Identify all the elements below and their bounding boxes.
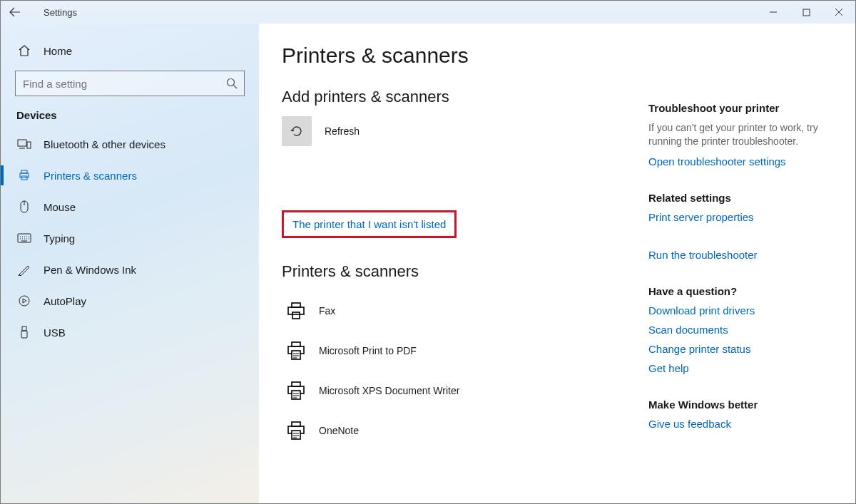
svg-rect-22 (292, 422, 300, 426)
sidebar-item-mouse[interactable]: Mouse (1, 191, 259, 222)
sidebar-item-typing[interactable]: Typing (1, 222, 259, 254)
svg-rect-16 (292, 342, 300, 346)
printer-doc-icon (282, 381, 310, 401)
scan-documents-link[interactable]: Scan documents (648, 324, 728, 336)
svg-rect-5 (21, 170, 27, 173)
annotation-highlight: The printer that I want isn't listed (282, 210, 457, 238)
sidebar-item-label: USB (44, 326, 66, 339)
get-help-link[interactable]: Get help (648, 362, 689, 374)
printer-label: Fax (319, 305, 335, 317)
sidebar-item-printers[interactable]: Printers & scanners (1, 160, 259, 191)
svg-rect-2 (18, 140, 26, 146)
print-server-properties-link[interactable]: Print server properties (648, 211, 754, 223)
close-icon (835, 8, 843, 16)
better-title: Make Windows better (648, 398, 834, 411)
home-icon (16, 44, 32, 57)
minimize-button[interactable] (757, 1, 790, 24)
related-title: Related settings (648, 192, 834, 204)
fax-icon (282, 301, 310, 321)
search-icon (226, 78, 238, 89)
printer-item-pdf[interactable]: Microsoft Print to PDF (282, 331, 648, 371)
maximize-button[interactable] (790, 1, 822, 24)
printer-icon (16, 169, 32, 182)
download-drivers-link[interactable]: Download print drivers (648, 304, 755, 317)
printers-section-title: Printers & scanners (282, 262, 648, 281)
sidebar-item-label: Pen & Windows Ink (44, 264, 136, 276)
minimize-icon (769, 8, 778, 16)
sidebar-item-label: Bluetooth & other devices (44, 138, 165, 150)
add-section-title: Add printers & scanners (282, 88, 648, 106)
maximize-icon (802, 9, 810, 16)
refresh-icon (290, 124, 304, 138)
svg-rect-13 (292, 303, 300, 307)
arrow-left-icon (9, 6, 21, 18)
selected-indicator (1, 165, 4, 185)
run-troubleshooter-link[interactable]: Run the troubleshooter (648, 249, 758, 261)
svg-rect-12 (288, 307, 304, 314)
sidebar-item-label: AutoPlay (44, 295, 86, 307)
printer-item-xps[interactable]: Microsoft XPS Document Writer (282, 371, 648, 411)
usb-icon (16, 326, 32, 339)
sidebar-item-pen[interactable]: Pen & Windows Ink (1, 254, 259, 285)
printer-doc-icon (282, 421, 310, 441)
printer-not-listed-link[interactable]: The printer that I want isn't listed (292, 218, 446, 230)
window-title: Settings (44, 7, 77, 18)
svg-rect-11 (21, 331, 27, 338)
printer-item-fax[interactable]: Fax (282, 291, 648, 331)
home-button[interactable]: Home (1, 35, 259, 66)
sidebar: Home Devices Bluetooth & other devices P… (1, 24, 259, 503)
devices-icon (16, 138, 32, 150)
mouse-icon (16, 200, 32, 213)
svg-rect-19 (292, 382, 300, 386)
main-panel: Printers & scanners Add printers & scann… (282, 43, 648, 503)
svg-point-9 (19, 296, 29, 306)
autoplay-icon (16, 294, 32, 307)
home-label: Home (44, 45, 72, 57)
troubleshoot-title: Troubleshoot your printer (648, 102, 834, 114)
feedback-link[interactable]: Give us feedback (648, 418, 731, 430)
pen-icon (16, 263, 32, 276)
refresh-label: Refresh (325, 125, 360, 137)
svg-rect-3 (27, 142, 31, 148)
change-printer-status-link[interactable]: Change printer status (648, 343, 750, 355)
category-label: Devices (1, 109, 259, 121)
close-button[interactable] (822, 1, 855, 24)
svg-rect-10 (22, 326, 26, 331)
sidebar-item-usb[interactable]: USB (1, 317, 259, 348)
page-title: Printers & scanners (282, 43, 648, 68)
sidebar-item-label: Printers & scanners (44, 170, 137, 182)
keyboard-icon (16, 233, 32, 243)
sidebar-item-autoplay[interactable]: AutoPlay (1, 285, 259, 317)
sidebar-item-bluetooth[interactable]: Bluetooth & other devices (1, 128, 259, 160)
printer-doc-icon (282, 341, 310, 361)
sidebar-item-label: Typing (44, 232, 75, 245)
back-button[interactable] (1, 1, 29, 24)
svg-point-1 (228, 79, 235, 86)
printer-item-onenote[interactable]: OneNote (282, 411, 648, 451)
right-panel: Troubleshoot your printer If you can't g… (648, 43, 834, 503)
printer-label: Microsoft Print to PDF (319, 345, 417, 356)
troubleshoot-text: If you can't get your printer to work, t… (648, 121, 834, 148)
question-title: Have a question? (648, 285, 834, 297)
svg-rect-0 (803, 9, 810, 16)
search-input[interactable] (15, 71, 245, 96)
svg-rect-14 (292, 312, 300, 319)
refresh-button[interactable] (282, 116, 312, 146)
printer-label: OneNote (319, 425, 359, 436)
printer-label: Microsoft XPS Document Writer (319, 385, 459, 396)
sidebar-item-label: Mouse (44, 201, 76, 213)
open-troubleshooter-link[interactable]: Open troubleshooter settings (648, 155, 786, 168)
titlebar: Settings (1, 1, 855, 24)
